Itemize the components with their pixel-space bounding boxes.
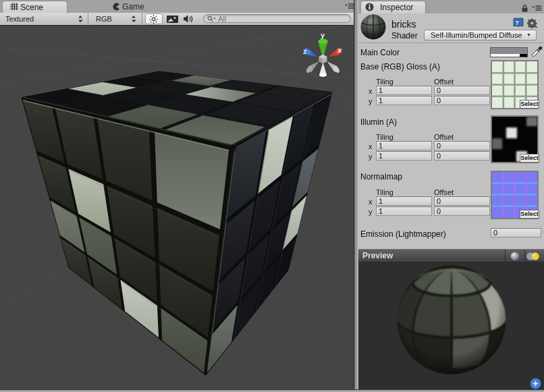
- svg-text:y: y: [321, 31, 325, 39]
- svg-text:z: z: [303, 47, 307, 55]
- svg-text:?: ?: [515, 20, 519, 26]
- svg-text:x: x: [337, 46, 342, 54]
